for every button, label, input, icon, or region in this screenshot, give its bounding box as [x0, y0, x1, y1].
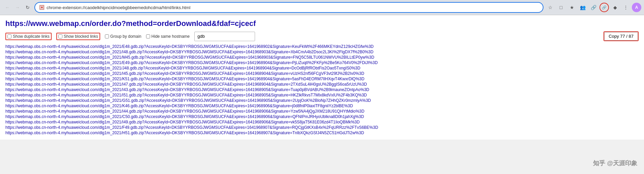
list-item[interactable]: https://webmap.obs.cn-north-4.myhuaweicl…: [5, 65, 639, 71]
list-item[interactable]: https://webmap.obs.cn-north-4.myhuaweicl…: [5, 76, 639, 82]
list-item[interactable]: https://webmap.obs.cn-north-4.myhuaweicl…: [5, 114, 639, 119]
list-item[interactable]: https://webmap.obs.cn-north-4.myhuaweicl…: [5, 109, 639, 114]
extensions-icon[interactable]: ◆: [610, 3, 620, 12]
show-blocked-checkbox[interactable]: [58, 34, 62, 38]
star-icon[interactable]: ★: [567, 3, 577, 12]
links-list: https://webmap.obs.cn-north-4.myhuaweicl…: [5, 44, 639, 136]
group-by-domain-label[interactable]: Group by domain: [110, 34, 141, 39]
list-item[interactable]: https://webmap.obs.cn-north-4.myhuaweicl…: [5, 71, 639, 76]
show-blocked-label[interactable]: Show blocked links: [64, 34, 98, 39]
browser-actions: ☆ □ ★ 👥 🔗 🔗 ◆ ⋮ A: [545, 3, 641, 12]
hide-hostname-label[interactable]: Hide same hostname: [151, 34, 190, 39]
list-item[interactable]: https://webmap.obs.cn-north-4.myhuaweicl…: [5, 60, 639, 65]
list-item[interactable]: https://webmap.obs.cn-north-4.myhuaweicl…: [5, 119, 639, 125]
group-by-domain-checkbox[interactable]: [105, 34, 109, 38]
bookmark-icon[interactable]: ☆: [545, 3, 555, 12]
page-title: https://www.webmap.cn/order.do?method=or…: [5, 19, 639, 28]
account-icon[interactable]: 👥: [578, 3, 587, 12]
copy-button-wrapper: Copy 77 / 87: [604, 31, 639, 41]
list-item[interactable]: https://webmap.obs.cn-north-4.myhuaweicl…: [5, 92, 639, 98]
favicon: ★: [39, 5, 45, 10]
screenshot-icon[interactable]: □: [556, 3, 566, 12]
forward-button[interactable]: →: [13, 3, 22, 12]
list-item[interactable]: https://webmap.obs.cn-north-4.myhuaweicl…: [5, 130, 639, 136]
list-item[interactable]: https://webmap.obs.cn-north-4.myhuaweicl…: [5, 44, 639, 49]
show-duplicate-label[interactable]: Show duplicate links: [13, 34, 50, 39]
extension-icon: 🔗: [602, 5, 607, 10]
menu-icon[interactable]: ⋮: [621, 3, 631, 12]
list-item[interactable]: https://webmap.obs.cn-north-4.myhuaweicl…: [5, 103, 639, 109]
show-duplicate-group: Show duplicate links: [5, 33, 52, 40]
nav-buttons: ← → ↻: [3, 3, 32, 12]
hide-hostname-group: Hide same hostname: [146, 34, 190, 39]
address-bar[interactable]: ★ chrome-extension://caodelkhipncidmoebg…: [34, 2, 543, 13]
list-item[interactable]: https://webmap.obs.cn-north-4.myhuaweicl…: [5, 49, 639, 55]
show-blocked-group: Show blocked links: [56, 33, 100, 40]
list-item[interactable]: https://webmap.obs.cn-north-4.myhuaweicl…: [5, 98, 639, 103]
toolbar: Show duplicate links Show blocked links …: [5, 31, 639, 41]
filter-input[interactable]: [194, 32, 255, 41]
page-content: https://www.webmap.cn/order.do?method=or…: [0, 15, 644, 140]
share-icon[interactable]: 🔗: [589, 3, 598, 12]
back-button[interactable]: ←: [3, 3, 12, 12]
link-grabber-extension-button[interactable]: 🔗: [599, 3, 609, 12]
browser-chrome: ← → ↻ ★ chrome-extension://caodelkhipnci…: [0, 0, 644, 15]
list-item[interactable]: https://webmap.obs.cn-north-4.myhuaweicl…: [5, 82, 639, 87]
list-item[interactable]: https://webmap.obs.cn-north-4.myhuaweicl…: [5, 87, 639, 92]
group-by-domain-group: Group by domain: [105, 34, 141, 39]
hide-hostname-checkbox[interactable]: [146, 34, 150, 38]
reload-button[interactable]: ↻: [23, 3, 32, 12]
show-duplicate-checkbox[interactable]: [7, 34, 11, 38]
copy-button[interactable]: Copy 77 / 87: [604, 32, 638, 40]
address-text: chrome-extension://caodelkhipncidmoebgbb…: [47, 5, 539, 10]
profile-avatar[interactable]: A: [632, 3, 641, 12]
list-item[interactable]: https://webmap.obs.cn-north-4.myhuaweicl…: [5, 55, 639, 60]
list-item[interactable]: https://webmap.obs.cn-north-4.myhuaweicl…: [5, 125, 639, 130]
